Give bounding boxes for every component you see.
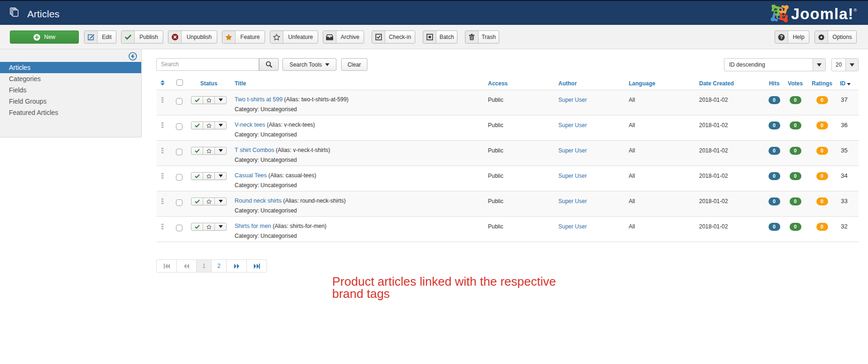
svg-text:Joomla!: Joomla!: [791, 6, 854, 23]
svg-text:®: ®: [854, 8, 857, 13]
svg-text:?: ?: [780, 35, 783, 40]
